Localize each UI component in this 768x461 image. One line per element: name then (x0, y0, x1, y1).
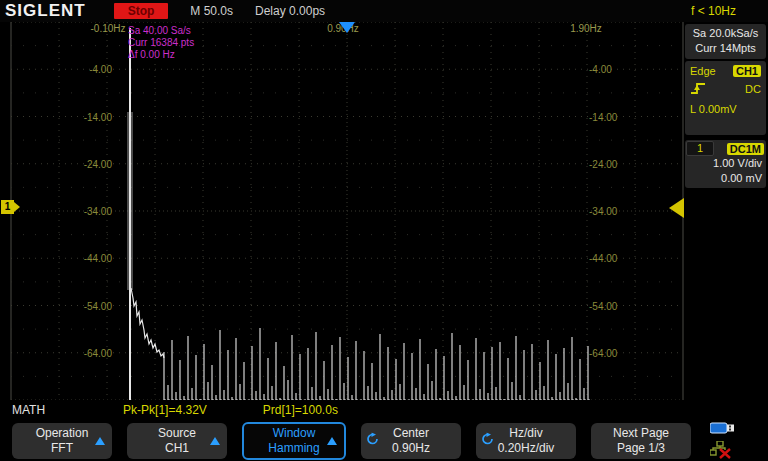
menu-button-hzdiv[interactable]: Hz/div 0.20Hz/div (476, 423, 576, 459)
brand-logo: SIGLENT (5, 1, 86, 21)
top-status-bar: SIGLENT Stop M 50.0s Delay 0.00ps f < 10… (0, 0, 768, 22)
fft-sample-rate: Sa 40.00 Sa/s (128, 25, 194, 37)
db-tick-label: -24.00 (589, 158, 617, 169)
timebase-readout: M 50.0s (190, 4, 233, 18)
db-tick-label: -34.00 (589, 206, 617, 217)
menu-button-source[interactable]: Source CH1 (127, 423, 227, 459)
channel-offset-readout: 0.00 mV (685, 171, 766, 186)
channel1-info-box[interactable]: 1 DC1M 1.00 V/div 0.00 mV (685, 140, 766, 188)
oscilloscope-screen: SIGLENT Stop M 50.0s Delay 0.00ps f < 10… (0, 0, 768, 461)
menu-button-window[interactable]: Window Hamming (242, 422, 346, 460)
trigger-level-marker[interactable] (669, 198, 684, 218)
channel-number-tab[interactable]: 1 (686, 141, 714, 156)
db-tick-label: -44.00 (589, 253, 617, 264)
channel-coupling-badge: DC1M (727, 143, 764, 155)
db-tick-label: -44.00 (84, 253, 112, 264)
db-tick-label: -24.00 (84, 158, 112, 169)
channel1-offset-marker[interactable]: 1 (1, 200, 14, 214)
db-scale-right: -4.00-14.00-24.00-34.00-44.00-54.00-64.0… (589, 22, 649, 400)
db-tick-label: -4.00 (89, 64, 112, 75)
rising-edge-icon (690, 81, 706, 97)
math-label: MATH (12, 403, 45, 417)
trigger-level-readout: L 0.00mV (685, 97, 766, 115)
trigger-info-box[interactable]: Edge CH1 DC L 0.00mV (685, 61, 766, 135)
db-tick-label: -14.00 (589, 111, 617, 122)
db-tick-label: -54.00 (589, 300, 617, 311)
menu-button-next-page[interactable]: Next Page Page 1/3 (591, 423, 691, 459)
trigger-type-label: Edge (690, 65, 716, 77)
menu-button-operation[interactable]: Operation FFT (12, 423, 112, 459)
measurement-status-row: MATH Pk-Pk[1]=4.32V Prd[1]=100.0s (0, 400, 768, 420)
expand-arrow-icon (327, 437, 337, 445)
lan-disconnected-icon (710, 441, 732, 461)
menu-label: Next Page (591, 426, 691, 441)
trigger-source-badge: CH1 (733, 65, 761, 77)
menu-button-center[interactable]: Center 0.90Hz (361, 423, 461, 459)
db-tick-label: -64.00 (84, 347, 112, 358)
frequency-counter-readout: f < 10Hz (691, 4, 736, 18)
run-state-badge[interactable]: Stop (114, 3, 169, 19)
sample-rate-readout: Sa 20.0kSa/s (685, 26, 766, 41)
db-tick-label: -14.00 (84, 111, 112, 122)
fft-resolution: Δf 0.00 Hz (128, 49, 194, 61)
fft-sample-info: Sa 40.00 Sa/s Curr 16384 pts Δf 0.00 Hz (128, 25, 194, 61)
trigger-coupling-label: DC (745, 83, 761, 95)
menu-value: Page 1/3 (591, 441, 691, 456)
db-tick-label: -64.00 (589, 347, 617, 358)
status-icons (710, 420, 736, 461)
db-tick-label: -34.00 (84, 206, 112, 217)
expand-arrow-icon (95, 437, 105, 445)
trigger-position-marker[interactable] (339, 22, 355, 33)
pkpk-measurement: Pk-Pk[1]=4.32V (123, 403, 207, 417)
rotary-knob-icon (366, 433, 379, 450)
rotary-knob-icon (481, 433, 494, 450)
right-sidebar: Sa 20.0kSa/s Curr 14Mpts Edge CH1 DC L 0… (685, 22, 768, 400)
usb-device-icon (710, 420, 736, 438)
db-tick-label: -4.00 (589, 64, 612, 75)
acquisition-info-box[interactable]: Sa 20.0kSa/s Curr 14Mpts (685, 24, 766, 59)
expand-arrow-icon (210, 437, 220, 445)
channel-scale-readout: 1.00 V/div (685, 156, 766, 171)
memory-depth-readout: Curr 14Mpts (685, 41, 766, 56)
softkey-menu: Operation FFT Source CH1 Window Hamming … (0, 421, 768, 461)
db-tick-label: -54.00 (84, 300, 112, 311)
fft-points: Curr 16384 pts (128, 37, 194, 49)
delay-readout: Delay 0.00ps (255, 4, 325, 18)
fft-plot-area: -0.10Hz 0.90Hz 1.90Hz -4.00-14.00-24.00-… (0, 22, 684, 400)
period-measurement: Prd[1]=100.0s (263, 403, 338, 417)
